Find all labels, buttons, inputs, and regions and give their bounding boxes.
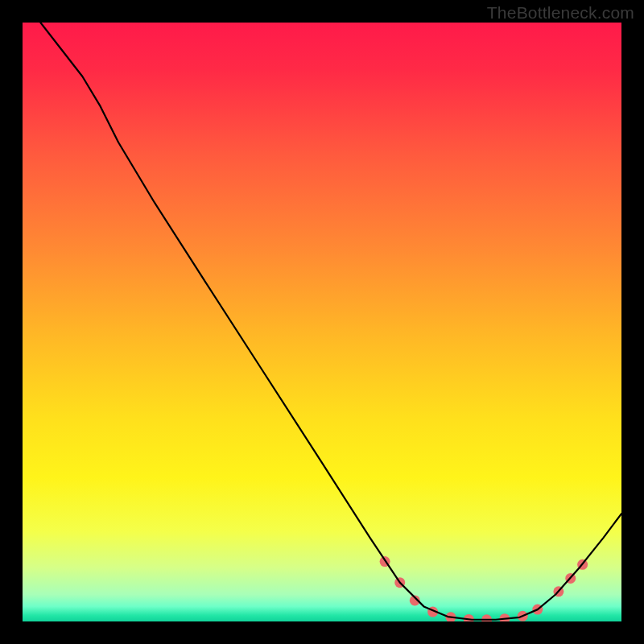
curve-layer (23, 23, 621, 621)
plot-area (23, 23, 621, 621)
markers-group (380, 556, 588, 621)
attribution-text: TheBottleneck.com (487, 3, 634, 23)
data-marker (499, 613, 510, 621)
bottleneck-curve (40, 23, 621, 620)
